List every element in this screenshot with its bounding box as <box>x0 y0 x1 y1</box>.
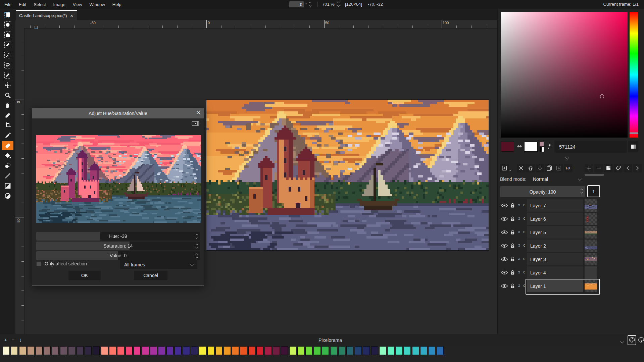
palette-swatch-20[interactable] <box>166 346 174 355</box>
swap-colors-icon[interactable] <box>516 144 523 149</box>
palette-swatch-3[interactable] <box>27 346 34 355</box>
palette-swatch-47[interactable] <box>387 346 394 355</box>
layer-lock-icon[interactable] <box>510 256 515 262</box>
move-down-button[interactable] <box>536 164 544 172</box>
layer-visibility-icon[interactable] <box>501 203 508 208</box>
hex-color-input[interactable]: 571124 <box>554 141 627 153</box>
layer-row[interactable]: ɔ c Layer 2 <box>498 240 644 252</box>
hsv-slider-saturation[interactable]: Saturation: 14 <box>36 242 200 250</box>
palette-swatch-2[interactable] <box>19 346 26 355</box>
palette-name-dropdown[interactable]: Pixelorama <box>302 338 359 343</box>
dialog-close-icon[interactable]: × <box>197 109 200 116</box>
tool-bucket[interactable] <box>2 151 13 160</box>
menu-file[interactable]: File <box>1 0 15 9</box>
palette-swatch-43[interactable] <box>355 346 362 355</box>
prev-frame-button[interactable] <box>624 164 632 172</box>
palette-swatch-5[interactable] <box>44 346 51 355</box>
sv-cursor-ring[interactable] <box>600 94 604 98</box>
palette-swatch-39[interactable] <box>322 346 329 355</box>
tool-eraser[interactable] <box>2 141 13 150</box>
palette-swatch-14[interactable] <box>117 346 124 355</box>
hsv-dialog-titlebar[interactable]: Adjust Hue/Saturation/Value × <box>32 108 204 118</box>
preview-play-icon[interactable] <box>192 120 199 127</box>
tool-paint-select[interactable] <box>2 70 13 80</box>
tool-ellipse-select[interactable] <box>2 20 13 30</box>
layer-row[interactable]: ɔ c Layer 6 <box>498 213 644 225</box>
palette-swatch-44[interactable] <box>363 346 370 355</box>
layer-visibility-icon[interactable] <box>501 217 508 221</box>
hsv-slider-value[interactable]: Value: 0 <box>36 251 200 260</box>
layer-fx-button[interactable]: FX <box>564 164 573 172</box>
layer-row[interactable]: ɔ c Layer 3 <box>498 253 644 265</box>
only-affect-selection-checkbox[interactable] <box>36 261 41 266</box>
palette-swatch-24[interactable] <box>199 346 206 355</box>
layer-name[interactable]: Layer 5 <box>527 226 583 239</box>
tool-line[interactable] <box>2 171 13 180</box>
palette-swatch-4[interactable] <box>36 346 43 355</box>
hue-slider[interactable] <box>630 12 638 138</box>
layer-visibility-icon[interactable] <box>501 270 508 275</box>
menu-select[interactable]: Select <box>30 0 49 9</box>
layer-thumbnail[interactable] <box>585 240 597 252</box>
palette-swatch-32[interactable] <box>265 346 272 355</box>
menu-edit[interactable]: Edit <box>15 0 30 9</box>
add-layer-button[interactable] <box>500 164 509 172</box>
palette-swatch-21[interactable] <box>175 346 182 355</box>
palette-swatch-28[interactable] <box>232 346 239 355</box>
palette-swatch-16[interactable] <box>134 346 141 355</box>
menu-image[interactable]: Image <box>50 0 69 9</box>
menu-help[interactable]: Help <box>109 0 125 9</box>
menu-window[interactable]: Window <box>86 0 109 9</box>
layer-visibility-icon[interactable] <box>501 244 508 248</box>
palette-swatch-0[interactable] <box>3 346 10 355</box>
layer-row[interactable]: ɔ c Layer 1 <box>498 280 644 292</box>
palette-swatch-35[interactable] <box>289 346 296 355</box>
layer-thumbnail[interactable] <box>585 266 597 279</box>
palette-swatch-50[interactable] <box>412 346 419 355</box>
remove-palette-color-button[interactable]: − <box>10 337 16 343</box>
remove-frame-button[interactable] <box>594 164 603 172</box>
color-panel-expand-icon[interactable] <box>566 155 568 160</box>
palette-swatch-36[interactable] <box>297 346 304 355</box>
clone-layer-button[interactable] <box>545 164 554 172</box>
merge-down-button[interactable] <box>554 164 563 172</box>
default-colors-swatch[interactable] <box>540 147 544 152</box>
new-palette-button[interactable] <box>638 335 644 345</box>
horizontal-ruler[interactable]: -50050100 <box>15 20 497 29</box>
sort-palette-button[interactable]: ↓ <box>17 337 23 343</box>
layer-lock-icon[interactable] <box>510 229 515 235</box>
frame-tag-button[interactable] <box>614 164 623 172</box>
zoom-spinner[interactable] <box>338 2 339 6</box>
palette-swatch-27[interactable] <box>224 346 231 355</box>
tool-shading[interactable] <box>2 161 13 170</box>
palette-swatch-13[interactable] <box>109 346 116 355</box>
layer-name[interactable]: Layer 6 <box>527 213 583 225</box>
tool-move[interactable] <box>2 81 13 90</box>
slider-spinner[interactable] <box>196 232 198 241</box>
palette-swatch-34[interactable] <box>281 346 288 355</box>
next-frame-button[interactable] <box>633 164 642 172</box>
layer-link-icon[interactable]: ɔ c <box>518 256 526 261</box>
palette-swatch-38[interactable] <box>314 346 321 355</box>
palette-swatch-37[interactable] <box>305 346 312 355</box>
opacity-spinner[interactable] <box>581 189 583 193</box>
add-layer-chevron-icon[interactable] <box>509 167 511 172</box>
layer-thumbnail[interactable] <box>585 253 597 265</box>
tool-zoom[interactable] <box>2 91 13 100</box>
layer-link-icon[interactable]: ɔ c <box>518 229 526 234</box>
hsv-slider-hue[interactable]: Hue: -39 <box>36 232 200 241</box>
palette-swatch-12[interactable] <box>101 346 108 355</box>
palette-swatch-46[interactable] <box>379 346 386 355</box>
palette-swatch-11[interactable] <box>93 346 100 355</box>
vertical-ruler[interactable]: 050 <box>15 28 24 334</box>
layer-visibility-icon[interactable] <box>501 284 508 288</box>
palette-swatch-52[interactable] <box>428 346 435 355</box>
layer-link-icon[interactable]: ɔ c <box>518 270 526 274</box>
edit-palette-button[interactable] <box>628 335 636 345</box>
layer-thumbnail[interactable] <box>585 226 597 239</box>
cancel-button[interactable]: Cancel <box>134 271 167 280</box>
palette-swatch-9[interactable] <box>77 346 84 355</box>
layer-link-icon[interactable]: ɔ c <box>518 216 526 221</box>
tool-color-select[interactable] <box>2 40 13 50</box>
palette-swatch-22[interactable] <box>183 346 190 355</box>
